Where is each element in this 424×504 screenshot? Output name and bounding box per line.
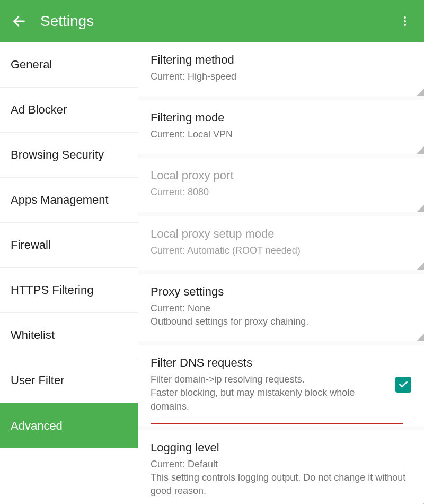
expand-corner-icon [417,263,424,270]
setting-sub: Current: None [151,302,411,315]
svg-point-1 [404,16,406,19]
setting-local-proxy-setup: Local proxy setup mode Current: Automati… [138,216,424,270]
sidebar-item-https-filtering[interactable]: HTTPS Filtering [0,268,138,313]
sidebar-item-browsing-security[interactable]: Browsing Security [0,133,138,178]
sidebar-item-label: Browsing Security [11,148,104,162]
sidebar-item-label: HTTPS Filtering [11,283,93,297]
setting-proxy-settings[interactable]: Proxy settings Current: None Outbound se… [138,274,424,341]
sidebar-item-user-filter[interactable]: User Filter [0,358,138,403]
setting-filtering-mode[interactable]: Filtering mode Current: Local VPN [138,100,424,154]
svg-point-2 [404,20,406,22]
sidebar-item-general[interactable]: General [0,42,138,88]
expand-corner-icon [417,146,424,154]
setting-title: Filtering method [151,53,411,67]
setting-filtering-method[interactable]: Filtering method Current: High-speed [138,42,424,96]
setting-title: Local proxy port [151,169,411,183]
setting-logging-level[interactable]: Logging level Current: Default This sett… [138,430,424,504]
sidebar-item-label: Whitelist [11,328,55,342]
sidebar-item-whitelist[interactable]: Whitelist [0,313,138,358]
setting-sub: Current: Local VPN [151,128,411,141]
sidebar: General Ad Blocker Browsing Security App… [0,42,138,504]
sidebar-item-firewall[interactable]: Firewall [0,223,138,268]
svg-point-3 [404,24,406,26]
sidebar-item-apps-management[interactable]: Apps Management [0,178,138,223]
sidebar-item-label: Advanced [11,419,63,433]
app-header: Settings [0,0,424,42]
sidebar-item-ad-blocker[interactable]: Ad Blocker [0,88,138,133]
sidebar-item-label: Apps Management [11,193,109,207]
more-icon[interactable] [396,13,413,30]
body: General Ad Blocker Browsing Security App… [0,42,424,504]
setting-sub: Current: Automatic (ROOT needed) [151,244,411,257]
setting-desc: Outbound settings for proxy chaining. [151,315,411,328]
setting-filter-dns[interactable]: Filter DNS requests Filter domain->ip re… [138,345,424,426]
expand-corner-icon [417,334,424,341]
setting-title: Local proxy setup mode [151,227,411,241]
content-pane: Filtering method Current: High-speed Fil… [138,42,424,504]
checkbox-checked-icon[interactable] [395,377,411,393]
expand-corner-icon [417,205,424,212]
setting-sub: Current: Default [151,458,411,471]
setting-title: Filter DNS requests [151,356,389,370]
sidebar-item-advanced[interactable]: Advanced [0,403,138,448]
sidebar-item-label: Ad Blocker [11,103,67,117]
setting-title: Filtering mode [151,111,411,125]
sidebar-item-label: General [11,58,52,72]
sidebar-item-label: User Filter [11,373,64,387]
sidebar-item-label: Firewall [11,238,51,252]
setting-title: Proxy settings [151,285,411,299]
setting-sub: Current: 8080 [151,186,411,199]
back-icon[interactable] [11,13,28,30]
setting-title: Logging level [151,441,411,455]
highlight-underline [151,423,403,424]
setting-sub: Current: High-speed [151,70,411,83]
setting-local-proxy-port: Local proxy port Current: 8080 [138,158,424,212]
expand-corner-icon [417,89,424,96]
setting-desc: Faster blocking, but may mistakenly bloc… [151,386,389,413]
setting-desc: This setting controls logging output. Do… [151,471,411,498]
setting-desc: Filter domain->ip resolving requests. [151,373,389,386]
page-title: Settings [40,13,396,30]
